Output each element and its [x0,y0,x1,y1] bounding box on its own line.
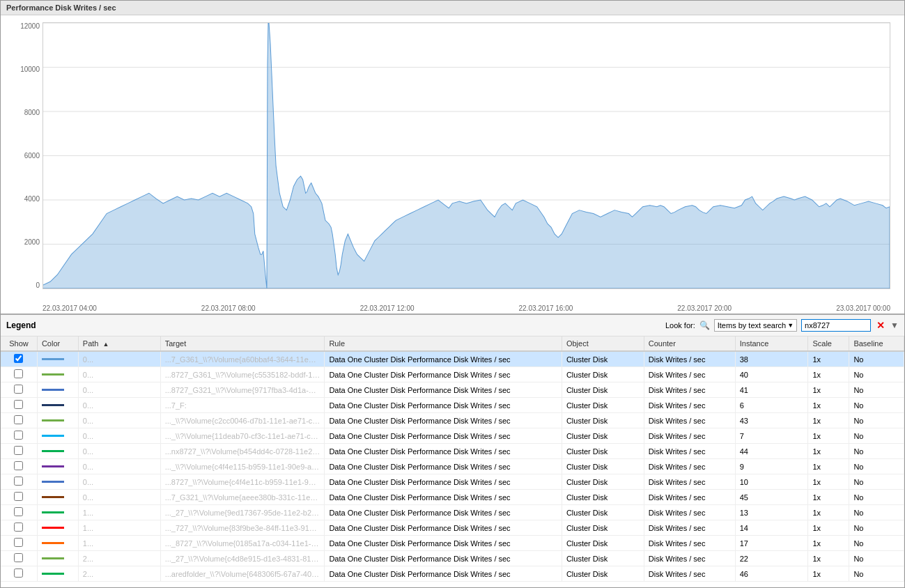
color-cell [37,398,78,413]
counter-cell: Disk Writes / sec [644,428,735,444]
counter-cell: Disk Writes / sec [644,490,735,505]
instance-cell: 41 [735,382,808,398]
baseline-cell: No [849,413,904,428]
table-row: 0......8727_G361_\\?\Volume{c5535182-bdd… [1,367,904,382]
legend-title: Legend [6,320,36,330]
show-cell [1,398,37,413]
color-bar [42,465,64,467]
legend-controls: Look for: 🔍 Items by text search ▼ ✕ ▼ [665,319,899,332]
rule-cell: Data One Cluster Disk Performance Disk W… [325,566,562,582]
rule-cell: Data One Cluster Disk Performance Disk W… [325,520,562,536]
col-instance[interactable]: Instance [735,336,808,351]
table-row: 0......_\\?\Volume{c4f4e115-b959-11e1-90… [1,459,904,474]
show-checkbox[interactable] [14,507,23,516]
scale-cell: 1x [808,536,849,551]
counter-cell: Disk Writes / sec [644,351,735,367]
instance-cell: 14 [735,520,808,536]
baseline-cell: No [849,367,904,382]
color-bar [42,404,64,406]
legend-header: Legend Look for: 🔍 Items by text search … [1,315,904,336]
rule-cell: Data One Cluster Disk Performance Disk W… [325,398,562,413]
y-label-2000: 2000 [24,238,40,246]
y-label-12000: 12000 [20,22,40,30]
baseline-cell: No [849,536,904,551]
baseline-cell: No [849,351,904,367]
show-checkbox[interactable] [14,568,23,578]
table-row: 0......8727_\\?\Volume{c4f4e11c-b959-11e… [1,474,904,490]
show-cell [1,505,37,520]
scale-cell: 1x [808,398,849,413]
rule-cell: Data One Cluster Disk Performance Disk W… [325,413,562,428]
window-title: Performance Disk Writes / sec [6,3,116,12]
show-checkbox[interactable] [14,553,23,562]
scale-cell: 1x [808,444,849,459]
target-cell: ..._\\?\Volume{c4f4e115-b959-11e1-90e9-a… [160,459,325,474]
path-cell: 0... [78,398,160,413]
color-bar [42,450,64,452]
instance-cell: 7 [735,428,808,444]
path-cell: 0... [78,459,160,474]
show-checkbox[interactable] [14,461,23,470]
scale-cell: 1x [808,474,849,490]
show-checkbox[interactable] [14,354,23,363]
table-row: 0......nx8727_\\?\Volume{b454dd4c-0728-1… [1,444,904,459]
legend-table: Show Color Path ▲ Target Rule Object Cou… [1,336,904,582]
rule-cell: Data One Cluster Disk Performance Disk W… [325,367,562,382]
color-cell [37,551,78,566]
col-path[interactable]: Path ▲ [78,336,160,351]
table-row: 0......7_G321_\\?\Volume{aeee380b-331c-1… [1,490,904,505]
color-bar [42,389,64,391]
show-checkbox[interactable] [14,369,23,378]
col-counter[interactable]: Counter [644,336,735,351]
show-checkbox[interactable] [14,523,23,532]
y-axis: 12000 10000 8000 6000 4000 2000 0 [1,22,42,289]
show-checkbox[interactable] [14,385,23,394]
color-cell [37,444,78,459]
rule-cell: Data One Cluster Disk Performance Disk W… [325,505,562,520]
show-checkbox[interactable] [14,492,23,501]
show-checkbox[interactable] [14,446,23,455]
col-scale[interactable]: Scale [808,336,849,351]
instance-cell: 43 [735,413,808,428]
target-cell: ..._27_\\?\Volume{9ed17367-95de-11e2-b2c… [160,505,325,520]
show-checkbox[interactable] [14,400,23,409]
color-cell [37,459,78,474]
col-target[interactable]: Target [160,336,325,351]
col-object[interactable]: Object [562,336,644,351]
legend-section: Legend Look for: 🔍 Items by text search … [1,315,904,587]
path-cell: 0... [78,351,160,367]
rule-cell: Data One Cluster Disk Performance Disk W… [325,428,562,444]
search-icon: 🔍 [699,320,710,330]
object-cell: Cluster Disk [562,520,644,536]
color-cell [37,490,78,505]
y-label-8000: 8000 [24,109,40,116]
counter-cell: Disk Writes / sec [644,413,735,428]
show-checkbox[interactable] [14,477,23,486]
show-checkbox[interactable] [14,431,23,440]
show-cell [1,351,37,367]
col-color[interactable]: Color [37,336,78,351]
search-dropdown[interactable]: Items by text search ▼ [714,319,797,332]
path-cell: 1... [78,520,160,536]
table-row: 0......8727_G321_\\?\Volume{9717fba3-4d1… [1,382,904,398]
col-rule[interactable]: Rule [325,336,562,351]
color-cell [37,428,78,444]
show-checkbox[interactable] [14,538,23,547]
color-cell [37,536,78,551]
col-baseline[interactable]: Baseline [849,336,904,351]
show-cell [1,428,37,444]
path-cell: 2... [78,566,160,582]
show-cell [1,367,37,382]
main-window: Performance Disk Writes / sec 12000 1000… [0,0,905,588]
table-row: 2......aredfolder_\\?\Volume{648306f5-67… [1,566,904,582]
search-input[interactable] [801,319,871,332]
col-show[interactable]: Show [1,336,37,351]
color-bar [42,496,64,498]
color-bar [42,527,64,529]
counter-cell: Disk Writes / sec [644,536,735,551]
rule-cell: Data One Cluster Disk Performance Disk W… [325,444,562,459]
collapse-legend-button[interactable]: ▼ [890,320,899,330]
clear-search-button[interactable]: ✕ [875,320,886,331]
show-checkbox[interactable] [14,415,23,424]
object-cell: Cluster Disk [562,474,644,490]
